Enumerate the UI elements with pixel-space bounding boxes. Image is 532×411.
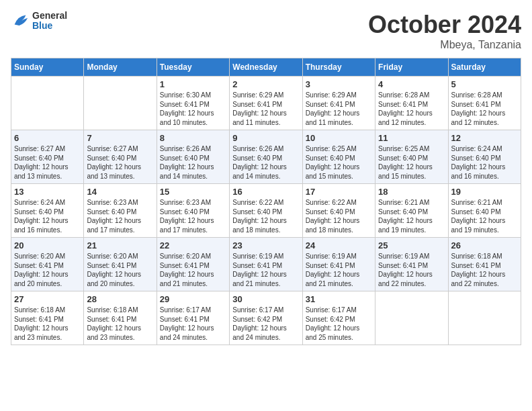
day-info: Sunrise: 6:29 AMSunset: 6:41 PMDaylight:… — [232, 91, 299, 127]
day-number: 26 — [451, 240, 518, 250]
calendar-cell — [11, 77, 84, 130]
header-sunday: Sunday — [11, 58, 84, 77]
day-info: Sunrise: 6:21 AMSunset: 6:40 PMDaylight:… — [378, 198, 445, 234]
calendar-cell: 18Sunrise: 6:21 AMSunset: 6:40 PMDayligh… — [375, 184, 448, 238]
calendar-cell: 14Sunrise: 6:23 AMSunset: 6:40 PMDayligh… — [84, 184, 157, 238]
day-number: 21 — [87, 240, 153, 250]
day-info: Sunrise: 6:19 AMSunset: 6:41 PMDaylight:… — [232, 252, 299, 288]
calendar-cell: 3Sunrise: 6:29 AMSunset: 6:41 PMDaylight… — [302, 77, 375, 130]
day-info: Sunrise: 6:20 AMSunset: 6:41 PMDaylight:… — [14, 252, 81, 288]
calendar-cell: 26Sunrise: 6:18 AMSunset: 6:41 PMDayligh… — [448, 238, 521, 291]
header-thursday: Thursday — [302, 58, 375, 77]
day-info: Sunrise: 6:20 AMSunset: 6:41 PMDaylight:… — [160, 252, 226, 288]
calendar-header-row: SundayMondayTuesdayWednesdayThursdayFrid… — [11, 58, 521, 77]
calendar-cell: 27Sunrise: 6:18 AMSunset: 6:41 PMDayligh… — [11, 291, 84, 345]
day-number: 24 — [306, 240, 372, 250]
location-title: Mbeya, Tanzania — [368, 39, 521, 51]
calendar-cell: 28Sunrise: 6:18 AMSunset: 6:41 PMDayligh… — [84, 291, 157, 345]
calendar-cell: 17Sunrise: 6:22 AMSunset: 6:40 PMDayligh… — [302, 184, 375, 238]
day-info: Sunrise: 6:25 AMSunset: 6:40 PMDaylight:… — [378, 144, 445, 181]
calendar-cell: 22Sunrise: 6:20 AMSunset: 6:41 PMDayligh… — [157, 238, 229, 291]
day-info: Sunrise: 6:23 AMSunset: 6:40 PMDaylight:… — [87, 198, 153, 234]
day-info: Sunrise: 6:24 AMSunset: 6:40 PMDaylight:… — [14, 198, 81, 234]
day-number: 18 — [378, 187, 445, 197]
day-number: 10 — [306, 133, 372, 143]
calendar-week-row: 1Sunrise: 6:30 AMSunset: 6:41 PMDaylight… — [11, 77, 521, 130]
calendar-cell: 2Sunrise: 6:29 AMSunset: 6:41 PMDaylight… — [230, 77, 302, 130]
calendar-cell: 13Sunrise: 6:24 AMSunset: 6:40 PMDayligh… — [11, 184, 84, 238]
calendar-cell — [448, 291, 521, 345]
calendar-cell: 23Sunrise: 6:19 AMSunset: 6:41 PMDayligh… — [230, 238, 302, 291]
day-number: 22 — [160, 240, 226, 250]
day-info: Sunrise: 6:27 AMSunset: 6:40 PMDaylight:… — [87, 144, 153, 181]
day-number: 25 — [378, 240, 445, 250]
calendar-cell: 29Sunrise: 6:17 AMSunset: 6:41 PMDayligh… — [157, 291, 229, 345]
calendar-cell: 8Sunrise: 6:26 AMSunset: 6:40 PMDaylight… — [157, 130, 229, 184]
day-info: Sunrise: 6:19 AMSunset: 6:41 PMDaylight:… — [306, 252, 372, 288]
day-number: 11 — [378, 133, 445, 143]
day-number: 13 — [14, 187, 81, 197]
day-info: Sunrise: 6:24 AMSunset: 6:40 PMDaylight:… — [451, 144, 518, 181]
calendar-cell: 5Sunrise: 6:28 AMSunset: 6:41 PMDaylight… — [448, 77, 521, 130]
day-info: Sunrise: 6:21 AMSunset: 6:40 PMDaylight:… — [451, 198, 518, 234]
header-friday: Friday — [375, 58, 448, 77]
calendar-cell: 19Sunrise: 6:21 AMSunset: 6:40 PMDayligh… — [448, 184, 521, 238]
day-number: 16 — [232, 187, 299, 197]
calendar-cell: 20Sunrise: 6:20 AMSunset: 6:41 PMDayligh… — [11, 238, 84, 291]
day-info: Sunrise: 6:18 AMSunset: 6:41 PMDaylight:… — [87, 306, 153, 342]
day-info: Sunrise: 6:23 AMSunset: 6:40 PMDaylight:… — [160, 198, 226, 234]
day-number: 5 — [451, 79, 518, 89]
logo-general: General — [32, 11, 67, 21]
day-info: Sunrise: 6:18 AMSunset: 6:41 PMDaylight:… — [14, 306, 81, 342]
calendar-week-row: 13Sunrise: 6:24 AMSunset: 6:40 PMDayligh… — [11, 184, 521, 238]
calendar-cell: 15Sunrise: 6:23 AMSunset: 6:40 PMDayligh… — [157, 184, 229, 238]
day-info: Sunrise: 6:27 AMSunset: 6:40 PMDaylight:… — [14, 144, 81, 181]
day-info: Sunrise: 6:29 AMSunset: 6:41 PMDaylight:… — [306, 91, 372, 127]
day-number: 27 — [14, 294, 81, 304]
calendar-cell — [375, 291, 448, 345]
day-info: Sunrise: 6:30 AMSunset: 6:41 PMDaylight:… — [160, 91, 226, 127]
calendar-week-row: 6Sunrise: 6:27 AMSunset: 6:40 PMDaylight… — [11, 130, 521, 184]
header-monday: Monday — [84, 58, 157, 77]
day-info: Sunrise: 6:19 AMSunset: 6:41 PMDaylight:… — [378, 252, 445, 288]
calendar-cell: 21Sunrise: 6:20 AMSunset: 6:41 PMDayligh… — [84, 238, 157, 291]
day-info: Sunrise: 6:17 AMSunset: 6:42 PMDaylight:… — [306, 306, 372, 342]
day-number: 14 — [87, 187, 153, 197]
day-number: 17 — [306, 187, 372, 197]
day-number: 15 — [160, 187, 226, 197]
day-info: Sunrise: 6:28 AMSunset: 6:41 PMDaylight:… — [378, 91, 445, 127]
day-number: 8 — [160, 133, 226, 143]
calendar-cell: 4Sunrise: 6:28 AMSunset: 6:41 PMDaylight… — [375, 77, 448, 130]
day-number: 29 — [160, 294, 226, 304]
calendar-cell: 1Sunrise: 6:30 AMSunset: 6:41 PMDaylight… — [157, 77, 229, 130]
page-header: General Blue October 2024 Mbeya, Tanzani… — [11, 11, 521, 51]
day-info: Sunrise: 6:20 AMSunset: 6:41 PMDaylight:… — [87, 252, 153, 288]
day-number: 28 — [87, 294, 153, 304]
day-number: 12 — [451, 133, 518, 143]
day-info: Sunrise: 6:26 AMSunset: 6:40 PMDaylight:… — [160, 144, 226, 181]
calendar-week-row: 20Sunrise: 6:20 AMSunset: 6:41 PMDayligh… — [11, 238, 521, 291]
logo-blue: Blue — [32, 21, 67, 31]
logo-icon — [11, 11, 30, 30]
day-info: Sunrise: 6:25 AMSunset: 6:40 PMDaylight:… — [306, 144, 372, 181]
calendar-cell: 11Sunrise: 6:25 AMSunset: 6:40 PMDayligh… — [375, 130, 448, 184]
logo-text: General Blue — [32, 11, 67, 32]
calendar-cell: 9Sunrise: 6:26 AMSunset: 6:40 PMDaylight… — [230, 130, 302, 184]
day-number: 30 — [232, 294, 299, 304]
calendar-week-row: 27Sunrise: 6:18 AMSunset: 6:41 PMDayligh… — [11, 291, 521, 345]
day-number: 7 — [87, 133, 153, 143]
calendar-cell: 7Sunrise: 6:27 AMSunset: 6:40 PMDaylight… — [84, 130, 157, 184]
calendar-cell: 24Sunrise: 6:19 AMSunset: 6:41 PMDayligh… — [302, 238, 375, 291]
header-tuesday: Tuesday — [157, 58, 229, 77]
day-number: 9 — [232, 133, 299, 143]
day-number: 3 — [306, 79, 372, 89]
day-info: Sunrise: 6:22 AMSunset: 6:40 PMDaylight:… — [232, 198, 299, 234]
header-wednesday: Wednesday — [230, 58, 302, 77]
calendar-cell — [84, 77, 157, 130]
calendar-cell: 6Sunrise: 6:27 AMSunset: 6:40 PMDaylight… — [11, 130, 84, 184]
calendar-cell: 25Sunrise: 6:19 AMSunset: 6:41 PMDayligh… — [375, 238, 448, 291]
day-number: 4 — [378, 79, 445, 89]
title-area: October 2024 Mbeya, Tanzania — [368, 11, 521, 51]
day-info: Sunrise: 6:22 AMSunset: 6:40 PMDaylight:… — [306, 198, 372, 234]
day-number: 19 — [451, 187, 518, 197]
